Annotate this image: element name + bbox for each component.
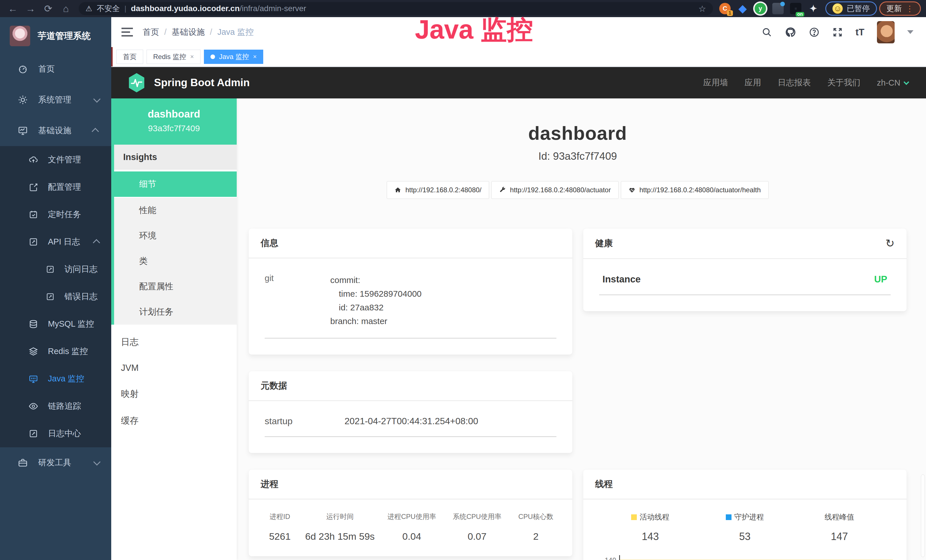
sba-menu-details[interactable]: 细节	[114, 171, 237, 198]
sidebar-item-mysql-monitor[interactable]: MySQL 监控	[0, 310, 111, 338]
threads-area-chart: 140 120 100	[592, 555, 898, 560]
sidebar-item-cron-job[interactable]: 定时任务	[0, 201, 111, 228]
sba-nav-applications[interactable]: 应用	[744, 77, 761, 88]
breadcrumb-infra[interactable]: 基础设施	[172, 27, 205, 38]
browser-reload-icon[interactable]: ⟳	[41, 3, 56, 14]
extension-list-icon[interactable]: ≡on	[790, 3, 801, 14]
sba-menu-environment[interactable]: 环境	[114, 223, 237, 248]
sidebar-item-label: 定时任务	[48, 209, 81, 220]
service-url-button[interactable]: http://192.168.0.2:48080/	[387, 181, 489, 199]
profile-paused-button[interactable]: ☺ 已暂停	[825, 2, 877, 16]
address-bar[interactable]: ⚠ 不安全 | dashboard.yudao.iocoder.cn/infra…	[79, 2, 713, 15]
tab-redis-monitor[interactable]: Redis 监控×	[147, 50, 200, 64]
process-value-pid: 5261	[259, 531, 301, 542]
process-header-sys-cpu: 系统CPU使用率	[444, 512, 510, 521]
sidebar-item-redis-monitor[interactable]: Redis 监控	[0, 338, 111, 365]
user-menu-caret-icon[interactable]	[907, 30, 914, 34]
browser-home-icon[interactable]: ⌂	[58, 3, 74, 14]
sidebar-item-label: Redis 监控	[48, 346, 88, 357]
sidebar-item-infra[interactable]: 基础设施	[0, 115, 111, 146]
sba-menu-logfile[interactable]: 日志	[111, 328, 237, 356]
sidebar-toggle-icon[interactable]	[121, 28, 133, 36]
tab-close-icon[interactable]: ×	[190, 53, 194, 61]
sba-nav-wallboard[interactable]: 应用墙	[703, 77, 728, 88]
health-instance-label: Instance	[602, 274, 641, 285]
sidebar-item-home[interactable]: 首页	[0, 54, 111, 85]
bookmark-star-icon[interactable]: ☆	[698, 4, 706, 14]
edit-square-icon	[29, 182, 38, 192]
sidebar-item-label: 访问日志	[65, 263, 98, 275]
browser-forward-icon[interactable]: →	[23, 3, 38, 14]
sba-menu-scheduled-tasks[interactable]: 计划任务	[114, 299, 237, 325]
history-icon[interactable]: ↺	[885, 237, 895, 250]
tab-label: Java 监控	[219, 52, 249, 61]
tab-close-icon[interactable]: ×	[253, 53, 257, 61]
sidebar-item-config-manage[interactable]: 配置管理	[0, 173, 111, 201]
instance-links-row: http://192.168.0.2:48080/ http://192.168…	[249, 181, 906, 199]
search-icon[interactable]	[761, 27, 772, 38]
tab-java-monitor[interactable]: Java 监控×	[204, 50, 263, 64]
sba-nav-journal[interactable]: 日志报表	[778, 77, 811, 88]
y-axis-line	[619, 555, 620, 560]
sidebar-item-access-log[interactable]: 访问日志	[0, 256, 111, 283]
extension-grid-icon[interactable]	[772, 3, 784, 14]
sba-nav-about[interactable]: 关于我们	[827, 77, 860, 88]
chrome-update-button[interactable]: 更新 ⋮	[879, 2, 921, 16]
sidebar-item-api-log[interactable]: API 日志	[0, 228, 111, 256]
puzzle-icon[interactable]: ✦	[808, 3, 819, 14]
metadata-key-startup: startup	[265, 416, 345, 427]
browser-back-icon[interactable]: ←	[5, 3, 21, 14]
wrench-icon	[499, 186, 506, 194]
process-card: 进程 进程ID 运行时间 进程CPU使用率 系统CPU使用率 CPU核心数 52…	[249, 469, 572, 556]
extension-gem-icon[interactable]: ◆	[737, 3, 748, 14]
sidebar-item-label: 研发工具	[38, 457, 71, 468]
sidebar-item-java-monitor[interactable]: Java 监控	[0, 365, 111, 392]
divider	[265, 338, 557, 339]
font-size-icon[interactable]: tT	[856, 27, 864, 38]
sba-instance-header[interactable]: dashboard 93a3fc7f7409	[111, 98, 237, 145]
extensions-row: C1 ◆ y ≡on ✦	[715, 3, 823, 14]
extension-c-icon[interactable]: C1	[719, 3, 731, 14]
actuator-url-button[interactable]: http://192.168.0.2:48080/actuator	[492, 181, 619, 199]
sba-instance-id: 93a3fc7f7409	[114, 124, 234, 133]
sidebar-item-devtools[interactable]: 研发工具	[0, 447, 111, 478]
page-scrollbar-thumb[interactable]	[921, 474, 925, 557]
fullscreen-icon[interactable]	[832, 27, 843, 38]
extension-y-icon[interactable]: y	[755, 3, 766, 14]
sba-menu-metrics[interactable]: 性能	[114, 198, 237, 223]
sidebar-item-label: 配置管理	[48, 182, 81, 193]
tab-home[interactable]: 首页	[117, 50, 143, 64]
page-url: dashboard.yudao.iocoder.cn/infra/admin-s…	[131, 4, 306, 13]
breadcrumb-home[interactable]: 首页	[142, 27, 159, 38]
browser-menu-icon[interactable]: ⋮	[906, 4, 914, 14]
sba-language-select[interactable]: zh-CN	[877, 78, 908, 88]
sidebar-item-log-center[interactable]: 日志中心	[0, 420, 111, 447]
info-key-git: git	[265, 273, 330, 328]
sidebar-item-error-log[interactable]: 错误日志	[0, 283, 111, 310]
sba-menu-mappings[interactable]: 映射	[111, 381, 237, 407]
legend-label: 线程峰值	[825, 512, 854, 522]
sidebar-item-system[interactable]: 系统管理	[0, 85, 111, 115]
spring-boot-admin-logo	[127, 73, 146, 93]
sba-menu-caches[interactable]: 缓存	[111, 407, 237, 434]
github-icon[interactable]	[785, 27, 796, 38]
health-url-button[interactable]: http://192.168.0.2:48080/actuator/health	[621, 181, 769, 199]
divider	[599, 294, 891, 295]
legend-daemon-threads: 守护进程	[698, 512, 792, 522]
sidebar-item-file-manage[interactable]: 文件管理	[0, 146, 111, 173]
info-card-title: 信息	[261, 237, 278, 249]
yellow-legend-swatch	[631, 515, 637, 520]
y-tick-140: 140	[605, 556, 616, 560]
sba-menu-config-props[interactable]: 配置属性	[114, 274, 237, 299]
sba-menu-classes[interactable]: 类	[114, 248, 237, 274]
legend-peak-threads: 线程峰值	[792, 512, 887, 522]
sidebar-item-trace[interactable]: 链路追踪	[0, 392, 111, 420]
briefcase-icon	[18, 458, 28, 468]
user-avatar[interactable]	[877, 21, 895, 43]
sba-menu-jvm[interactable]: JVM	[111, 356, 237, 381]
git-id-line: id: 27aa832	[330, 301, 422, 314]
sidebar-item-label: MySQL 监控	[48, 318, 94, 330]
help-icon[interactable]	[809, 27, 820, 38]
health-card-title: 健康	[595, 238, 613, 249]
chevron-down-icon	[903, 79, 909, 85]
